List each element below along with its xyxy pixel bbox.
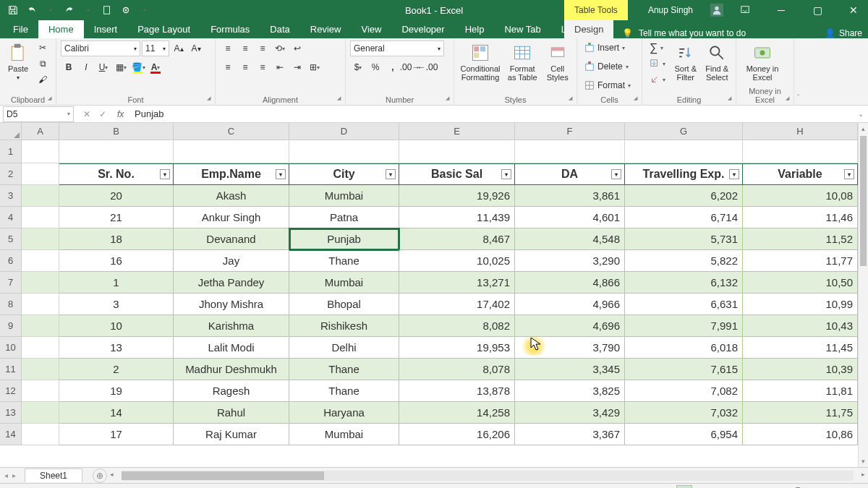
- clear-button[interactable]: [647, 72, 668, 87]
- cell[interactable]: [22, 402, 59, 424]
- table-cell[interactable]: Thane: [289, 250, 399, 272]
- table-cell[interactable]: 4,696: [515, 315, 625, 337]
- table-cell[interactable]: 6,018: [625, 337, 743, 359]
- font-size-select[interactable]: 11▾: [142, 40, 169, 56]
- cell[interactable]: [22, 207, 59, 228]
- paste-button[interactable]: Paste▾: [4, 40, 32, 81]
- format-as-table-button[interactable]: Format as Table: [505, 40, 540, 82]
- table-cell[interactable]: 4,866: [515, 272, 625, 294]
- maximize-button[interactable]: ▢: [803, 0, 832, 20]
- merge-center-icon[interactable]: ⊞: [307, 59, 323, 75]
- cell[interactable]: [399, 140, 515, 163]
- table-cell[interactable]: 10,86: [743, 424, 858, 445]
- row-header-14[interactable]: 14: [0, 424, 22, 445]
- row-header-8[interactable]: 8: [0, 294, 22, 315]
- table-cell[interactable]: Karishma: [174, 315, 289, 337]
- tab-insert[interactable]: Insert: [84, 20, 128, 38]
- undo-icon[interactable]: [23, 1, 41, 19]
- table-cell[interactable]: 7,032: [625, 402, 743, 424]
- table-cell[interactable]: 10,50: [743, 272, 858, 294]
- user-name[interactable]: Anup Singh: [648, 5, 693, 15]
- cell[interactable]: [22, 359, 59, 380]
- font-name-select[interactable]: Calibri▾: [61, 40, 140, 56]
- table-cell[interactable]: 4,601: [515, 207, 625, 228]
- table-cell[interactable]: Thane: [289, 359, 399, 380]
- filter-dropdown-icon[interactable]: ▾: [501, 169, 511, 179]
- tab-page-layout[interactable]: Page Layout: [127, 20, 200, 38]
- conditional-formatting-button[interactable]: Conditional Formatting: [459, 40, 502, 82]
- filter-dropdown-icon[interactable]: ▾: [386, 169, 396, 179]
- table-cell[interactable]: 13: [59, 337, 174, 359]
- orientation-icon[interactable]: ⟲: [272, 40, 288, 56]
- user-avatar-icon[interactable]: [710, 4, 723, 17]
- table-cell[interactable]: 17: [59, 424, 174, 445]
- table-cell[interactable]: 7,991: [625, 315, 743, 337]
- table-cell[interactable]: 14: [59, 402, 174, 424]
- table-cell[interactable]: Patna: [289, 207, 399, 228]
- font-color-button[interactable]: A: [148, 59, 163, 75]
- row-header-7[interactable]: 7: [0, 272, 22, 294]
- table-cell[interactable]: 7,615: [625, 359, 743, 380]
- cell[interactable]: [743, 140, 858, 163]
- table-cell[interactable]: 2: [59, 359, 174, 380]
- table-cell[interactable]: 14,258: [399, 402, 515, 424]
- table-cell[interactable]: 6,714: [625, 207, 743, 228]
- row-header-5[interactable]: 5: [0, 228, 22, 250]
- align-left-icon[interactable]: ≡: [220, 59, 236, 75]
- row-header-1[interactable]: 1: [0, 140, 22, 163]
- table-cell[interactable]: Rahul: [174, 402, 289, 424]
- increase-indent-icon[interactable]: ⇥: [289, 59, 305, 75]
- collapse-ribbon-icon[interactable]: ˇ: [794, 38, 802, 105]
- bold-button[interactable]: B: [61, 59, 77, 75]
- table-cell[interactable]: 16,206: [399, 424, 515, 445]
- row-headers[interactable]: 1234567891011121314: [0, 140, 22, 467]
- table-header-cell[interactable]: Travelling Exp.▾: [625, 163, 743, 185]
- table-cell[interactable]: 1: [59, 272, 174, 294]
- select-all-corner[interactable]: [0, 123, 22, 140]
- page-layout-view-icon[interactable]: ▤: [699, 485, 715, 489]
- column-header-D[interactable]: D: [289, 123, 399, 140]
- align-middle-icon[interactable]: ≡: [237, 40, 253, 56]
- table-cell[interactable]: 8,078: [399, 359, 515, 380]
- tell-me-search[interactable]: 💡 Tell me what you want to do: [622, 28, 746, 38]
- tab-file[interactable]: File: [3, 20, 38, 38]
- italic-button[interactable]: I: [78, 59, 94, 75]
- table-cell[interactable]: 3,290: [515, 250, 625, 272]
- table-cell[interactable]: Mumbai: [289, 424, 399, 445]
- table-cell[interactable]: Delhi: [289, 337, 399, 359]
- tab-data[interactable]: Data: [260, 20, 299, 38]
- row-header-6[interactable]: 6: [0, 250, 22, 272]
- normal-view-icon[interactable]: ▦: [676, 485, 692, 489]
- cell[interactable]: [22, 315, 59, 337]
- cell[interactable]: [289, 140, 399, 163]
- row-header-9[interactable]: 9: [0, 315, 22, 337]
- filter-dropdown-icon[interactable]: ▾: [729, 169, 739, 179]
- table-cell[interactable]: 4,966: [515, 294, 625, 315]
- name-box[interactable]: D5: [3, 106, 74, 122]
- table-cell[interactable]: 6,954: [625, 424, 743, 445]
- cell[interactable]: [22, 163, 59, 185]
- row-header-10[interactable]: 10: [0, 337, 22, 359]
- column-header-F[interactable]: F: [515, 123, 625, 140]
- table-cell[interactable]: 11,52: [743, 228, 858, 250]
- row-header-13[interactable]: 13: [0, 402, 22, 424]
- column-header-A[interactable]: A: [22, 123, 59, 140]
- column-headers[interactable]: ABCDEFGH: [22, 123, 858, 140]
- tab-developer[interactable]: Developer: [391, 20, 454, 38]
- table-cell[interactable]: 13,271: [399, 272, 515, 294]
- table-cell[interactable]: Raj Kumar: [174, 424, 289, 445]
- filter-dropdown-icon[interactable]: ▾: [611, 169, 621, 179]
- fill-color-button[interactable]: 🪣: [130, 59, 146, 75]
- table-cell[interactable]: Lalit Modi: [174, 337, 289, 359]
- filter-dropdown-icon[interactable]: ▾: [276, 169, 286, 179]
- comma-format-icon[interactable]: ,: [385, 59, 401, 75]
- cell[interactable]: [22, 250, 59, 272]
- table-cell[interactable]: 11,46: [743, 207, 858, 228]
- table-cell[interactable]: 5,822: [625, 250, 743, 272]
- cell[interactable]: [22, 337, 59, 359]
- table-cell[interactable]: Mumbai: [289, 272, 399, 294]
- row-header-2[interactable]: 2: [0, 163, 22, 185]
- tab-review[interactable]: Review: [300, 20, 352, 38]
- table-cell[interactable]: 8,082: [399, 315, 515, 337]
- cell[interactable]: [59, 140, 174, 163]
